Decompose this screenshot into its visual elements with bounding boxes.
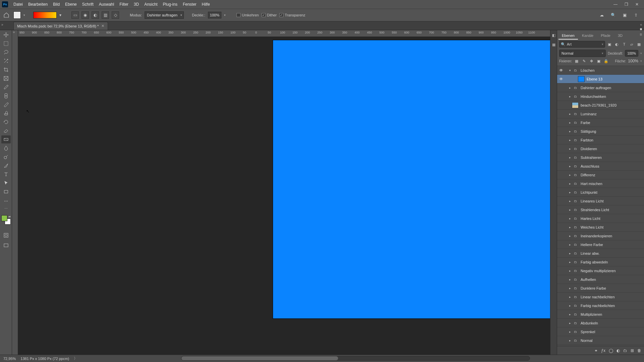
twisty-icon[interactable]: ▸ [568, 208, 572, 212]
menu-auswahl[interactable]: Auswahl [96, 1, 117, 8]
edit-toolbar-button[interactable]: ⋯ [1, 206, 11, 210]
twisty-icon[interactable]: ▸ [568, 147, 572, 150]
layer-row[interactable]: ▸🗀Dunklere Farbe [557, 284, 644, 293]
layer-row[interactable]: ▸🗀Dividieren [557, 144, 644, 153]
layer-row[interactable]: ▸🗀Aufhellen [557, 275, 644, 284]
reverse-checkbox[interactable]: Umkehren [236, 13, 259, 17]
layer-name[interactable]: Farbton [581, 138, 593, 142]
folder-icon[interactable]: 🗀 [572, 233, 579, 239]
layer-name[interactable]: Linear abw. [581, 251, 599, 255]
layer-thumbnail[interactable] [578, 76, 585, 82]
gradient-reflected-button[interactable]: ▥ [102, 11, 109, 19]
frame-tool[interactable] [1, 74, 11, 82]
layer-row[interactable]: ▸🗀Farbe [557, 118, 644, 127]
layer-row[interactable]: ▸🗀Multiplizieren [557, 310, 644, 319]
folder-icon[interactable]: 🗀 [572, 146, 579, 152]
layer-name[interactable]: Hindurchwirken [581, 95, 606, 99]
folder-icon[interactable]: 🗀 [572, 224, 579, 230]
link-layers-icon[interactable]: ⚭ [594, 348, 598, 353]
quick-mask-button[interactable] [1, 231, 11, 239]
twisty-icon[interactable]: ▸ [568, 165, 572, 168]
twisty-icon[interactable]: ▾ [568, 69, 572, 72]
layer-row[interactable]: ▸🗀Hartes Licht [557, 214, 644, 223]
twisty-icon[interactable]: ▸ [568, 234, 572, 238]
color-panel-icon[interactable]: ◧ [551, 33, 556, 38]
chevron-right-icon[interactable]: 〉 [74, 356, 77, 361]
gradient-preview[interactable] [33, 12, 57, 18]
pen-tool[interactable] [1, 162, 11, 170]
layer-name[interactable]: Weiches Licht [581, 225, 603, 229]
menu-filter[interactable]: Filter [117, 1, 131, 8]
twisty-icon[interactable]: ▸ [568, 260, 572, 264]
layer-row[interactable]: ▸🗀Dahinter auftragen [557, 83, 644, 92]
filter-shape-icon[interactable]: ▱ [629, 41, 635, 47]
foreground-color[interactable] [1, 215, 7, 221]
chevron-down-icon[interactable]: ▾ [224, 13, 226, 17]
window-maximize-button[interactable]: ❐ [621, 1, 631, 7]
twisty-icon[interactable]: ▸ [568, 321, 572, 325]
layer-name[interactable]: Farbig nachbelichten [581, 304, 615, 308]
filter-smart-icon[interactable]: ▦ [636, 41, 642, 47]
expand-toolbar-icon[interactable]: » [1, 23, 3, 26]
folder-icon[interactable]: 🗀 [572, 189, 579, 195]
lock-all-icon[interactable]: 🔒 [603, 58, 609, 64]
menu-schrift[interactable]: Schrift [79, 1, 96, 8]
chevron-down-icon[interactable]: ▾ [23, 13, 25, 17]
layer-row[interactable]: ▸🗀Negativ multiplizieren [557, 266, 644, 275]
folder-icon[interactable]: 🗀 [572, 259, 579, 265]
layer-name[interactable]: Luminanz [581, 112, 597, 116]
layer-row[interactable]: 👁Ebene 13 [557, 75, 644, 83]
folder-icon[interactable]: 🗀 [572, 155, 579, 161]
layer-row[interactable]: ▸🗀Lineares Licht [557, 197, 644, 205]
delete-layer-icon[interactable]: 🗑 [637, 348, 641, 353]
add-adjustment-icon[interactable]: ◐ [616, 348, 620, 353]
menu-ebene[interactable]: Ebene [62, 1, 79, 8]
folder-icon[interactable]: 🗀 [572, 311, 579, 317]
layer-row[interactable]: ▸🗀Differenz [557, 171, 644, 179]
gradient-diamond-button[interactable]: ◇ [112, 11, 119, 19]
menu-bild[interactable]: Bild [50, 1, 62, 8]
gradient-linear-button[interactable]: ▭ [71, 11, 79, 19]
layer-row[interactable]: ▸🗀Normal [557, 336, 644, 345]
transparency-checkbox[interactable]: ✓Transparenz [279, 13, 305, 17]
filter-type-icon[interactable]: T [621, 41, 627, 47]
chevron-down-icon[interactable]: ▾ [640, 59, 642, 63]
folder-icon[interactable]: 🗀 [572, 172, 579, 178]
twisty-icon[interactable]: ▸ [568, 330, 572, 334]
layer-list[interactable]: 👁▾🗀Löschen👁Ebene 13▸🗀Dahinter auftragen▸… [557, 66, 644, 346]
eraser-tool[interactable] [1, 127, 11, 135]
menu-hilfe[interactable]: Hilfe [199, 1, 213, 8]
layer-name[interactable]: Aufhellen [581, 278, 596, 282]
twisty-icon[interactable]: ▸ [568, 173, 572, 177]
layer-name[interactable]: Subtrahieren [581, 156, 602, 160]
lasso-tool[interactable] [1, 48, 11, 56]
twisty-icon[interactable]: ▸ [568, 287, 572, 290]
twisty-icon[interactable]: ▸ [568, 112, 572, 116]
canvas-viewport[interactable] [18, 37, 550, 355]
twisty-icon[interactable]: ▸ [568, 295, 572, 299]
twisty-icon[interactable]: ▸ [568, 191, 572, 194]
layer-name[interactable]: Abdunkeln [581, 321, 598, 325]
twisty-icon[interactable]: ▸ [568, 269, 572, 273]
layer-row[interactable]: ▸🗀Luminanz [557, 110, 644, 118]
twisty-icon[interactable]: ▸ [568, 199, 572, 203]
layer-name[interactable]: Farbig abwedeln [581, 260, 608, 264]
folder-icon[interactable]: 🗀 [572, 338, 579, 344]
layer-name[interactable]: Löschen [581, 68, 595, 72]
layer-name[interactable]: Ebene 13 [587, 77, 602, 81]
folder-icon[interactable]: 🗀 [572, 163, 579, 169]
layer-row[interactable]: ▸🗀Lichtpunkt [557, 188, 644, 197]
brush-tool[interactable] [1, 101, 11, 109]
dither-checkbox[interactable]: ✓Dither [262, 13, 277, 17]
color-swatches[interactable]: ⇄ [1, 215, 11, 225]
layer-row[interactable]: ▸🗀Strahlendes Licht [557, 205, 644, 214]
blur-tool[interactable] [1, 144, 11, 152]
layer-row[interactable]: ▸🗀Ineinanderkopieren [557, 232, 644, 240]
layer-name[interactable]: Strahlendes Licht [581, 208, 609, 212]
twisty-icon[interactable]: ▸ [568, 278, 572, 281]
folder-icon[interactable]: 🗀 [572, 94, 579, 100]
tab-kanaele[interactable]: Kanäle [579, 32, 597, 40]
swap-colors-icon[interactable]: ⇄ [8, 215, 11, 218]
layer-name[interactable]: Ausschluss [581, 164, 599, 168]
menu-fenster[interactable]: Fenster [180, 1, 199, 8]
